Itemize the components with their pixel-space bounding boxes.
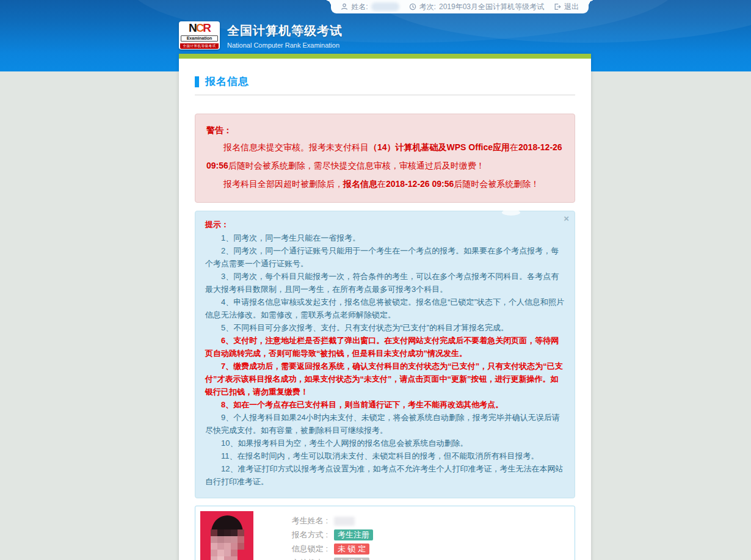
ncre-logo-examination: Examination [181,35,218,42]
field-info-lock-label: 信息锁定 : [283,544,328,555]
user-name-group: 姓名: [341,2,399,12]
ncre-logo-letters: NCR [181,23,218,34]
exam-session-value: 2019年03月全国计算机等级考试 [439,2,544,12]
audit-status-badge: 未 提 交 [334,558,369,560]
warning-box: 警告： 报名信息未提交审核。报考未支付科目（14）计算机基础及WPS Offic… [195,114,575,203]
tip-item: 8、如在一个考点存在已支付科目，则当前通行证下，考生不能再改选其他考点。 [205,398,565,411]
section-divider [195,95,575,95]
user-name-redacted [371,2,399,11]
logout-label: 退出 [564,2,579,12]
page-title: 报名信息 [205,75,249,89]
page: 姓名: 考次: 2019年03月全国计算机等级考试 退出 [0,0,751,71]
info-lock-badge: 未 锁 定 [334,544,369,555]
tip-item: 10、如果报考科目为空，考生个人网报的报名信息会被系统自动删除。 [205,437,565,449]
field-name-label: 考生姓名 : [283,515,328,526]
site-subtitle: National Computer Rank Examination [227,42,343,49]
registration-mode-badge: 考生注册 [334,529,373,540]
logout-button[interactable]: 退出 [554,2,579,12]
user-bar: 姓名: 考次: 2019年03月全国计算机等级考试 退出 [331,0,589,13]
content-body: 报名信息 警告： 报名信息未提交审核。报考未支付科目（14）计算机基础及WPS … [179,59,591,560]
candidate-photo [200,511,253,560]
tip-item: 2、同考次，同一个通行证账号只能用于一个考生在一个考点的报考。如果要在多个考点报… [205,244,565,270]
exam-session-group: 考次: 2019年03月全国计算机等级考试 [409,2,544,12]
close-icon[interactable]: × [564,213,569,224]
ncre-logo: NCR Examination 全国计算机等级考试 [179,21,220,49]
warning-paragraph: 报名信息未提交审核。报考未支付科目（14）计算机基础及WPS Office应用在… [206,138,564,175]
exam-session-icon [409,3,416,10]
brand-text: 全国计算机等级考试 National Computer Rank Examina… [227,23,343,49]
tip-item: 9、个人报考科目如果24小时内未支付、未锁定，将会被系统自动删除，报考完毕并确认… [205,411,565,437]
field-name: 考生姓名 : [283,515,373,526]
warning-paragraph: 报考科目全部因超时被删除后，报名信息在2018-12-26 09:56后随时会被… [206,175,564,193]
brand: NCR Examination 全国计算机等级考试 全国计算机等级考试 Nati… [179,21,343,49]
user-icon [341,3,348,10]
tips-title: 提示： [205,218,565,231]
ncre-logo-strip: 全国计算机等级考试 [180,43,219,49]
tip-item: 4、申请报名信息审核或发起支付，报名信息将被锁定。报名信息“已锁定”状态下，个人… [205,296,565,321]
tip-item: 5、不同科目可分多次报考、支付。只有支付状态为“已支付”的科目才算报名完成。 [205,321,565,334]
tip-item: 12、准考证打印方式以报考考点设置为准，如考点不允许考生个人打印准考证，考生无法… [205,462,565,488]
site-title: 全国计算机等级考试 [227,23,343,39]
candidate-fields: 考生姓名 : 报名方式 : 考生注册 信息锁定 : 未 锁 定 审核状态 : 未… [283,511,373,560]
exam-session-label: 考次: [419,2,436,12]
field-audit-status: 审核状态 : 未 提 交 [283,558,373,560]
tip-item: 3、同考次，每个科目只能报考一次，符合条件的考生，可以在多个考点报考不同科目。各… [205,270,565,296]
tips-highlight-decoration [502,209,520,216]
field-audit-status-label: 审核状态 : [283,558,328,560]
warning-title: 警告： [206,122,564,138]
field-registration-mode-label: 报名方式 : [283,529,328,540]
tips-box: × 提示： 1、同考次，同一考生只能在一省报考。 2、同考次，同一个通行证账号只… [195,211,575,498]
section-marker-icon [195,76,199,87]
candidate-card: 考生姓名 : 报名方式 : 考生注册 信息锁定 : 未 锁 定 审核状态 : 未… [195,506,575,560]
candidate-name-redacted [334,517,355,526]
content-column: 报名信息 警告： 报名信息未提交审核。报考未支付科目（14）计算机基础及WPS … [179,54,591,560]
field-registration-mode: 报名方式 : 考生注册 [283,529,373,540]
field-info-lock: 信息锁定 : 未 锁 定 [283,544,373,555]
green-stripe [179,54,591,59]
section-head: 报名信息 [195,59,575,89]
tip-item: 1、同考次，同一考生只能在一省报考。 [205,231,565,244]
user-name-label: 姓名: [351,2,368,12]
tip-item: 11、在报名时间内，考生可以取消未支付、未锁定科目的报考，但不能取消所有科目报考… [205,449,565,462]
tip-item: 6、支付时，注意地址栏是否拦截了弹出窗口。在支付网站支付完成后不要着急关闭页面，… [205,334,565,360]
tip-item: 7、缴费成功后，需要返回报名系统，确认支付科目的支付状态为“已支付”，只有支付状… [205,360,565,398]
logout-icon [554,3,561,10]
